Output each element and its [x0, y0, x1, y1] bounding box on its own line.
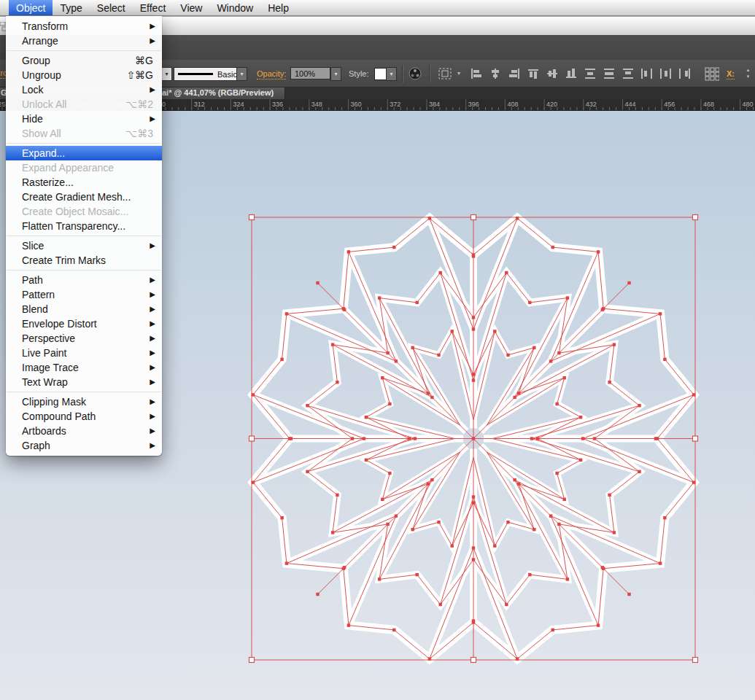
menu-separator	[6, 48, 162, 53]
svg-text:396: 396	[468, 101, 479, 108]
menubar-item-select[interactable]: Select	[90, 0, 133, 15]
menu-separator	[6, 141, 162, 146]
style-swatch[interactable]	[374, 68, 387, 80]
menu-item-path[interactable]: Path▶	[6, 273, 162, 287]
selection-handle[interactable]	[471, 658, 476, 663]
menu-item-group[interactable]: Group⌘G	[6, 53, 162, 68]
align-right-icon[interactable]	[508, 69, 520, 79]
menu-item-flatten-transparency[interactable]: Flatten Transparency...	[6, 219, 162, 233]
menubar-item-view[interactable]: View	[173, 0, 209, 15]
menubar-item-object[interactable]: Object	[9, 0, 53, 15]
menubar-item-type[interactable]: Type	[53, 0, 89, 15]
menu-item-perspective[interactable]: Perspective▶	[6, 331, 162, 346]
dist-top-icon[interactable]	[584, 69, 596, 79]
menu-item-envelope-distort[interactable]: Envelope Distort▶	[6, 316, 162, 331]
menu-item-blend[interactable]: Blend▶	[6, 302, 162, 316]
selection-handle[interactable]	[693, 658, 698, 663]
align-top-icon[interactable]	[527, 69, 539, 79]
dist-v-center-icon[interactable]	[603, 69, 615, 79]
svg-text:432: 432	[586, 101, 597, 108]
bounding-box-dropdown-arrow[interactable]: ▾	[455, 67, 462, 79]
menu-item-create-gradient-mesh[interactable]: Create Gradient Mesh...	[6, 190, 162, 204]
menu-item-artboards[interactable]: Artboards▶	[6, 424, 162, 438]
svg-text:348: 348	[311, 101, 322, 108]
menu-item-graph[interactable]: Graph▶	[6, 438, 162, 453]
stroke-preview	[178, 73, 213, 75]
stroke-weight-dropdown-fragment[interactable]: ▾	[161, 67, 172, 81]
submenu-arrow-icon: ▶	[150, 82, 155, 97]
menu-item-pattern[interactable]: Pattern▶	[6, 287, 162, 302]
svg-text:456: 456	[664, 101, 675, 108]
transform-grid-icon[interactable]	[705, 67, 719, 81]
opacity-label[interactable]: Opacity:	[257, 69, 286, 79]
dist-left-icon[interactable]	[641, 69, 653, 79]
menu-item-text-wrap[interactable]: Text Wrap▶	[6, 375, 162, 389]
selection-handle[interactable]	[249, 436, 255, 441]
menu-item-slice[interactable]: Slice▶	[6, 238, 162, 253]
divider	[429, 65, 430, 82]
selection-handle[interactable]	[471, 215, 476, 220]
selection-handle[interactable]	[693, 436, 698, 441]
stepper-up-icon[interactable]: ▲	[744, 67, 752, 74]
submenu-arrow-icon: ▶	[150, 273, 155, 287]
submenu-arrow-icon: ▶	[150, 409, 155, 424]
opacity-input[interactable]: 100%	[290, 67, 330, 79]
svg-text:312: 312	[194, 101, 205, 108]
selection-handle[interactable]	[693, 215, 698, 220]
svg-text:360: 360	[351, 101, 362, 108]
align-h-center-icon[interactable]	[489, 69, 501, 79]
dist-bottom-icon[interactable]	[622, 69, 634, 79]
brush-definition-dropdown[interactable]: Basic	[174, 67, 238, 81]
stepper-down-icon[interactable]: ▼	[744, 74, 752, 80]
x-label[interactable]: X:	[727, 69, 735, 79]
menu-item-live-paint[interactable]: Live Paint▶	[6, 346, 162, 360]
bounding-box-icon[interactable]	[438, 67, 454, 80]
opacity-dropdown-arrow[interactable]: ▾	[330, 67, 341, 81]
menu-separator	[6, 389, 162, 394]
menubar-item-window[interactable]: Window	[209, 0, 260, 15]
menu-item-expand-appearance: Expand Appearance	[6, 160, 162, 175]
submenu-arrow-icon: ▶	[150, 112, 155, 126]
menu-item-clipping-mask[interactable]: Clipping Mask▶	[6, 394, 162, 409]
menu-item-image-trace[interactable]: Image Trace▶	[6, 360, 162, 375]
align-v-center-icon[interactable]	[546, 69, 558, 79]
selection-handle[interactable]	[249, 658, 255, 663]
align-distribute-group	[471, 69, 691, 79]
submenu-arrow-icon: ▶	[150, 346, 155, 360]
menu-separator	[6, 268, 162, 273]
submenu-arrow-icon: ▶	[150, 238, 155, 253]
submenu-arrow-icon: ▶	[150, 360, 155, 375]
menu-item-unlock-all: Unlock All⌥⌘2	[6, 97, 162, 112]
menu-item-lock[interactable]: Lock▶	[6, 82, 162, 97]
menu-item-hide[interactable]: Hide▶	[6, 112, 162, 126]
svg-text:468: 468	[703, 101, 714, 108]
submenu-arrow-icon: ▶	[150, 287, 155, 302]
align-left-icon[interactable]	[471, 69, 482, 79]
selection-handle[interactable]	[249, 215, 255, 220]
x-stepper[interactable]: ▲▼	[744, 66, 752, 81]
menu-item-transform[interactable]: Transform▶	[6, 19, 162, 34]
recolor-artwork-icon[interactable]	[409, 67, 422, 80]
menu-item-compound-path[interactable]: Compound Path▶	[6, 409, 162, 424]
menubar-item-help[interactable]: Help	[260, 0, 296, 15]
menu-item-arrange[interactable]: Arrange▶	[6, 34, 162, 48]
submenu-arrow-icon: ▶	[150, 438, 155, 453]
svg-text:408: 408	[507, 101, 518, 108]
dist-right-icon[interactable]	[679, 69, 691, 79]
menu-item-expand[interactable]: Expand...	[6, 146, 162, 160]
submenu-arrow-icon: ▶	[150, 302, 155, 316]
align-bottom-icon[interactable]	[565, 69, 577, 79]
menubar-item-effect[interactable]: Effect	[133, 0, 174, 15]
submenu-arrow-icon: ▶	[150, 394, 155, 409]
style-label: Style:	[349, 69, 369, 78]
menu-item-ungroup[interactable]: Ungroup⇧⌘G	[6, 68, 162, 82]
style-dropdown-arrow[interactable]: ▾	[386, 67, 397, 81]
brush-dropdown-arrow[interactable]: ▾	[236, 67, 247, 81]
submenu-arrow-icon: ▶	[150, 424, 155, 438]
menu-item-create-trim-marks[interactable]: Create Trim Marks	[6, 253, 162, 268]
svg-text:444: 444	[625, 101, 636, 108]
menu-item-rasterize[interactable]: Rasterize...	[6, 175, 162, 190]
dist-h-center-icon[interactable]	[660, 69, 672, 79]
svg-text:384: 384	[429, 101, 440, 108]
svg-text:336: 336	[272, 101, 283, 108]
